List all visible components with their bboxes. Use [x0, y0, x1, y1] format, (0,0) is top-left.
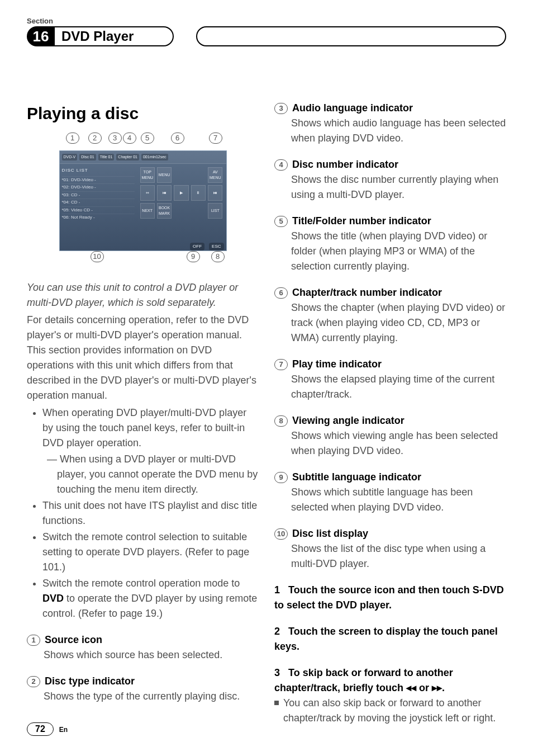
- list-item: *05: Video CD -: [62, 206, 135, 214]
- step-3-note: You can also skip back or forward to ano…: [274, 696, 506, 726]
- btn-play[interactable]: ▶: [174, 185, 188, 201]
- btn-pause[interactable]: ⏸: [191, 185, 206, 201]
- chapter-title: DVD Player: [55, 26, 174, 46]
- dvd-player-ui: DVD-V Disc 01 Title 01 Chapter 01 001min…: [59, 150, 227, 251]
- btn-move[interactable]: ⇔: [140, 185, 155, 201]
- def-num-2: 2: [27, 676, 40, 687]
- chip-title-no: Title 01: [98, 154, 115, 161]
- btn-menu[interactable]: MENU: [157, 167, 172, 183]
- bullet-square-icon: [274, 701, 279, 705]
- touchpanel-buttons: TOP MENU MENU AV MENU ⇔ ⏮ ▶ ⏸ ⏭ NEXT BOO…: [137, 164, 226, 241]
- btn-top-menu[interactable]: TOP MENU: [140, 167, 155, 183]
- section-number-badge: 16: [27, 26, 55, 46]
- language-code: En: [59, 726, 68, 734]
- def-title-subtitle-lang: Subtitle language indicator: [292, 470, 421, 485]
- def-body: Shows the list of the disc type when usi…: [274, 541, 506, 571]
- callout-6: 6: [171, 133, 184, 144]
- list-item: *01: DVD-Video -: [62, 176, 135, 183]
- callout-9: 9: [187, 251, 200, 262]
- def-body: Shows the type of the currently playing …: [27, 689, 259, 704]
- def-title-title-folder: Title/Folder number indicator: [292, 214, 431, 229]
- def-num-7: 7: [274, 359, 288, 370]
- subtitle-indicator: OFF: [190, 243, 204, 251]
- left-column: Playing a disc 1 2 3 4 5 6 7 DV: [27, 101, 259, 737]
- btn-list[interactable]: LIST: [208, 203, 222, 219]
- esc-button[interactable]: ESC: [209, 243, 223, 251]
- chip-playtime: 001min12sec: [141, 154, 168, 161]
- callouts-top: 1 2 3 4 5 6 7: [59, 133, 227, 148]
- page-header: Section 16 DVD Player: [27, 17, 506, 50]
- def-title-chapter-track: Chapter/track number indicator: [292, 285, 442, 300]
- def-num-4: 4: [274, 159, 288, 171]
- def-title-play-time: Play time indicator: [292, 357, 382, 372]
- def-body: Shows the disc number currently playing …: [274, 172, 506, 202]
- chip-chapter-no: Chapter 01: [116, 154, 139, 161]
- list-item: *02: DVD-Video -: [62, 183, 135, 191]
- chip-disc-no: Disc 01: [79, 154, 96, 161]
- right-column: 3 Audio language indicator Shows which a…: [274, 101, 506, 737]
- list-item: *06: Not Ready -: [62, 214, 135, 221]
- callout-2: 2: [88, 133, 102, 144]
- def-num-10: 10: [274, 528, 288, 540]
- def-body: Shows which audio language has been sele…: [274, 116, 506, 146]
- def-body: Shows the chapter (when playing DVD vide…: [274, 300, 506, 346]
- list-item: *04: CD -: [62, 199, 135, 206]
- callout-3: 3: [108, 133, 122, 144]
- callout-7: 7: [209, 133, 222, 144]
- bullet-item: Switch the remote control selection to s…: [42, 530, 259, 575]
- def-body: Shows the title (when playing DVD video)…: [274, 229, 506, 274]
- callout-8: 8: [211, 251, 225, 262]
- def-num-1: 1: [27, 635, 40, 646]
- bullet-text: When operating DVD player/multi-DVD play…: [42, 407, 246, 448]
- def-title-viewing-angle: Viewing angle indicator: [292, 413, 404, 428]
- step-3-note-text: You can also skip back or forward to ano…: [283, 696, 506, 726]
- def-num-3: 3: [274, 103, 288, 114]
- section-label: Section: [27, 17, 506, 25]
- callouts-bottom: 10 9 8: [59, 251, 227, 267]
- page-title: Playing a disc: [27, 101, 259, 126]
- disc-list: DISC LIST *01: DVD-Video - *02: DVD-Vide…: [60, 164, 137, 241]
- def-num-5: 5: [274, 216, 288, 227]
- def-body: Shows which subtitle language has been s…: [274, 485, 506, 515]
- header-decoration-pill: [196, 26, 506, 46]
- callout-4: 4: [123, 133, 136, 144]
- bullet-item: When operating DVD player/multi-DVD play…: [42, 405, 259, 497]
- callout-1: 1: [66, 133, 79, 144]
- page-number: 72: [27, 722, 54, 736]
- def-title-audio-lang: Audio language indicator: [292, 101, 413, 116]
- def-title-disc-list: Disc list display: [292, 526, 368, 541]
- btn-nextpage[interactable]: NEXT: [140, 203, 155, 219]
- step-3: 3 To skip back or forward to another cha…: [274, 665, 506, 696]
- bullet-subitem: — When using a DVD player or multi-DVD p…: [42, 452, 259, 497]
- intro-italic: You can use this unit to control a DVD p…: [27, 280, 259, 310]
- callout-5: 5: [141, 133, 154, 144]
- disc-list-title: DISC LIST: [62, 167, 135, 174]
- def-body: Shows which viewing angle has been selec…: [274, 428, 506, 459]
- btn-av-menu[interactable]: AV MENU: [208, 167, 222, 183]
- def-body: Shows which source has been selected.: [27, 648, 259, 663]
- list-item: *03: CD -: [62, 191, 135, 199]
- def-body: Shows the elapsed playing time of the cu…: [274, 372, 506, 402]
- btn-bookmark[interactable]: BOOK MARK: [157, 203, 172, 219]
- step-1: 1 Touch the source icon and then touch S…: [274, 583, 506, 613]
- callout-10: 10: [91, 251, 104, 262]
- btn-prev[interactable]: ⏮: [157, 185, 172, 201]
- bullet-item: Switch the remote control operation mode…: [42, 576, 259, 621]
- def-title-disc-type: Disc type indicator: [45, 674, 135, 689]
- def-num-8: 8: [274, 415, 288, 427]
- chip-disc-type: DVD-V: [62, 154, 78, 161]
- bullet-list: When operating DVD player/multi-DVD play…: [27, 405, 259, 621]
- page-footer: 72 En: [27, 722, 68, 736]
- step-2: 2 Touch the screen to display the touch …: [274, 624, 506, 654]
- bullet-item: This unit does not have ITS playlist and…: [42, 498, 259, 528]
- def-num-6: 6: [274, 287, 288, 299]
- def-title-disc-number: Disc number indicator: [292, 157, 398, 172]
- btn-next[interactable]: ⏭: [208, 185, 222, 201]
- def-num-9: 9: [274, 472, 288, 483]
- ui-screenshot-figure: 1 2 3 4 5 6 7 DVD-V Disc 01 Title 01: [59, 137, 227, 251]
- def-title-source-icon: Source icon: [45, 632, 102, 648]
- intro-body: For details concerning operation, refer …: [27, 313, 259, 403]
